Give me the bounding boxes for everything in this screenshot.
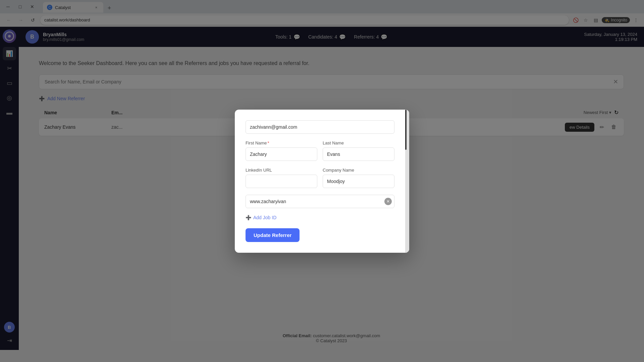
name-fields-row: First Name * Last Name [246,140,394,161]
company-name-label: Company Name [323,168,394,173]
last-name-field: Last Name [323,140,394,161]
linkedin-url-field: LinkedIn URL [246,168,317,188]
email-input[interactable] [246,120,394,134]
scrollbar-thumb [405,110,407,150]
linkedin-company-row: LinkedIn URL Company Name [246,168,394,188]
email-field-row [246,120,394,134]
add-job-id-button[interactable]: ➕ Add Job ID [246,215,394,220]
update-referrer-button[interactable]: Update Referrer [246,228,300,242]
modal-overlay[interactable]: First Name * Last Name LinkedIn URL [0,0,644,362]
first-name-input[interactable] [246,147,317,161]
first-name-field: First Name * [246,140,317,161]
website-input[interactable] [246,195,394,208]
add-job-id-plus-icon: ➕ [246,215,251,220]
required-indicator: * [268,140,269,145]
website-field: ✕ [246,195,394,208]
linkedin-url-label: LinkedIn URL [246,168,317,173]
first-name-label: First Name * [246,140,317,145]
modal-scrollbar [405,110,409,253]
company-name-input[interactable] [323,175,394,188]
add-job-id-label: Add Job ID [253,215,276,220]
last-name-label: Last Name [323,140,394,145]
website-clear-button[interactable]: ✕ [384,198,392,205]
modal-content: First Name * Last Name LinkedIn URL [235,110,405,253]
company-name-field: Company Name [323,168,394,188]
linkedin-url-input[interactable] [246,175,317,188]
update-referrer-modal: First Name * Last Name LinkedIn URL [235,110,409,253]
scrollbar-track [405,110,409,253]
last-name-input[interactable] [323,147,394,161]
